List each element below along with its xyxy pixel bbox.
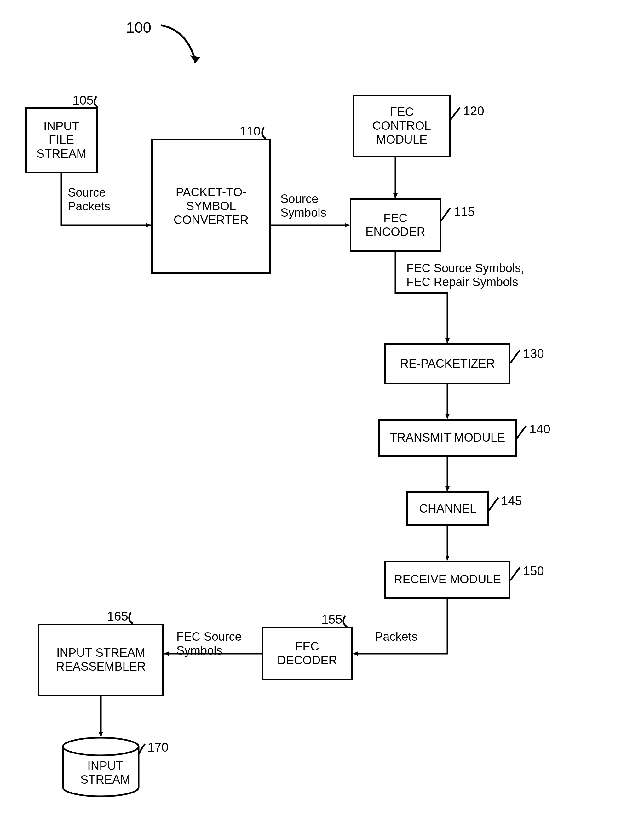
block-label: RE-PACKETIZER xyxy=(400,357,495,371)
ref-115: 115 xyxy=(454,205,475,219)
block-input-file-stream: INPUTFILESTREAM xyxy=(25,107,98,173)
figure-ref-100: 100 xyxy=(126,19,151,36)
ref-155: 155 xyxy=(321,612,342,626)
block-input-stream-reassembler: INPUT STREAMREASSEMBLER xyxy=(38,624,164,696)
block-label: PACKET-TO-SYMBOLCONVERTER xyxy=(173,185,248,227)
block-fec-control-module: FECCONTROLMODULE xyxy=(353,95,451,158)
ref-130: 130 xyxy=(523,346,544,361)
svg-point-1 xyxy=(63,738,139,755)
edge-label-fec-source-symbols: FEC SourceSymbols xyxy=(176,630,242,657)
edge-label-source-symbols: SourceSymbols xyxy=(281,192,327,220)
block-label: CHANNEL xyxy=(419,502,476,516)
block-transmit-module: TRANSMIT MODULE xyxy=(378,419,517,457)
ref-105: 105 xyxy=(72,93,94,107)
block-packet-to-symbol-converter: PACKET-TO-SYMBOLCONVERTER xyxy=(151,139,271,274)
block-label: INPUT STREAMREASSEMBLER xyxy=(56,646,146,674)
block-label: FECENCODER xyxy=(365,211,425,239)
block-fec-decoder: FECDECODER xyxy=(262,627,353,680)
ref-120: 120 xyxy=(463,104,484,118)
edge-label-packets: Packets xyxy=(375,630,417,644)
block-fec-encoder: FECENCODER xyxy=(350,199,441,252)
block-receive-module: RECEIVE MODULE xyxy=(384,561,511,599)
cylinder-label: INPUTSTREAM xyxy=(80,759,130,787)
block-label: RECEIVE MODULE xyxy=(394,573,501,586)
edge-label-fec-symbols: FEC Source Symbols,FEC Repair Symbols xyxy=(406,262,524,289)
ref-150: 150 xyxy=(523,564,544,578)
ref-165: 165 xyxy=(107,609,128,623)
ref-140: 140 xyxy=(529,422,550,436)
block-label: TRANSMIT MODULE xyxy=(390,431,505,445)
edge-label-source-packets: SourcePackets xyxy=(68,186,110,213)
ref-170: 170 xyxy=(147,740,169,755)
block-re-packetizer: RE-PACKETIZER xyxy=(384,343,511,384)
block-label: INPUTFILESTREAM xyxy=(37,119,86,161)
block-label: FECCONTROLMODULE xyxy=(373,105,431,147)
block-channel: CHANNEL xyxy=(406,491,489,526)
ref-110: 110 xyxy=(239,124,261,138)
ref-145: 145 xyxy=(501,494,522,508)
svg-marker-0 xyxy=(190,55,200,63)
block-label: FECDECODER xyxy=(277,640,337,667)
diagram-stage: 100 INPUTFILESTREAM 105 PACKET-TO-SYMBOL… xyxy=(0,0,644,819)
